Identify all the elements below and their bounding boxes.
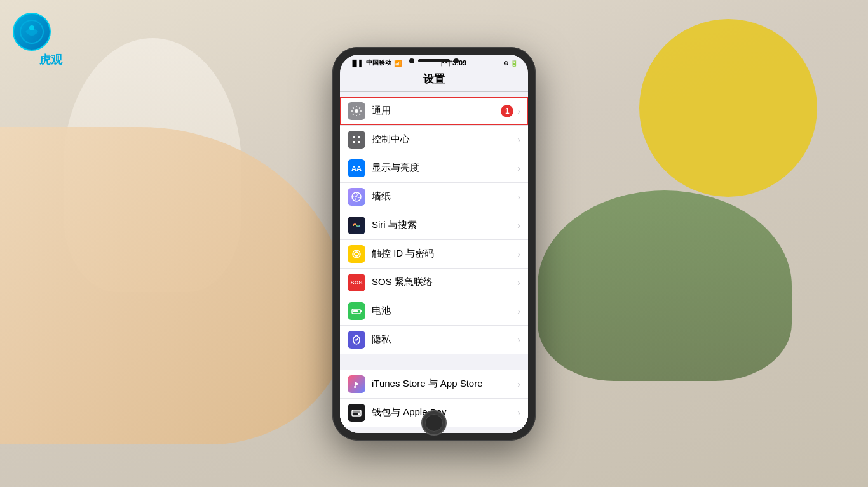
- display-icon: AA: [348, 159, 365, 177]
- privacy-chevron: ›: [517, 335, 520, 345]
- wallpaper-icon: [348, 188, 365, 206]
- svg-rect-12: [353, 310, 358, 312]
- svg-rect-5: [353, 141, 355, 143]
- wallet-icon: [348, 404, 365, 422]
- siri-icon: [348, 217, 365, 234]
- svg-rect-6: [358, 141, 360, 143]
- itunes-label: iTunes Store 与 App Store: [372, 378, 517, 390]
- bg-yellow-circle: [639, 19, 817, 197]
- settings-list: 通用 1 ›: [340, 92, 528, 433]
- svg-rect-15: [358, 413, 360, 415]
- battery-chevron: ›: [517, 306, 520, 316]
- settings-item-display[interactable]: AA 显示与亮度 ›: [340, 154, 528, 183]
- svg-point-9: [355, 252, 358, 256]
- sos-label: SOS 紧急联络: [372, 276, 517, 288]
- general-right: 1 ›: [501, 105, 520, 117]
- touch-id-icon: [348, 245, 365, 263]
- settings-item-sos[interactable]: SOS SOS 紧急联络 ›: [340, 269, 528, 297]
- wallpaper-chevron: ›: [517, 192, 520, 202]
- phone-top-details: [409, 58, 459, 63]
- settings-item-privacy[interactable]: 隐私 ›: [340, 326, 528, 354]
- touch-id-label: 触控 ID 与密码: [372, 248, 517, 260]
- location-icon: ⊕: [503, 60, 508, 67]
- siri-right: ›: [517, 220, 520, 230]
- wallpaper-right: ›: [517, 192, 520, 202]
- settings-group-1: 通用 1 ›: [340, 97, 528, 354]
- svg-rect-13: [354, 386, 356, 388]
- siri-chevron: ›: [517, 220, 520, 230]
- control-center-icon: [348, 131, 365, 149]
- battery-right: ›: [517, 306, 520, 316]
- privacy-right: ›: [517, 335, 520, 345]
- sos-right: ›: [517, 277, 520, 288]
- touch-id-chevron: ›: [517, 249, 520, 259]
- svg-rect-11: [360, 310, 362, 312]
- settings-item-itunes[interactable]: iTunes Store 与 App Store ›: [340, 370, 528, 399]
- signal-bars: ▐▌▌: [350, 60, 363, 67]
- display-label: 显示与亮度: [372, 162, 517, 174]
- svg-point-1: [29, 25, 34, 30]
- logo-icon: [13, 13, 51, 51]
- home-button-inner: [425, 414, 443, 432]
- nav-title: 设置: [423, 73, 445, 85]
- settings-item-siri[interactable]: Siri 与搜索 ›: [340, 211, 528, 240]
- control-center-chevron: ›: [517, 135, 520, 145]
- display-chevron: ›: [517, 163, 520, 173]
- privacy-icon: [348, 331, 365, 349]
- wallpaper-label: 墙纸: [372, 190, 517, 203]
- wallet-right: ›: [517, 408, 520, 418]
- itunes-icon: [348, 375, 365, 393]
- carrier: 中国移动: [366, 58, 391, 67]
- nav-bar: 设置: [340, 69, 528, 92]
- battery-icon: 🔋: [510, 60, 518, 67]
- phone: ▐▌▌ 中国移动 📶 下午3:09 ⊕ 🔋 设置: [332, 47, 536, 441]
- svg-rect-3: [353, 136, 355, 138]
- svg-rect-4: [358, 136, 360, 138]
- privacy-label: 隐私: [372, 333, 517, 345]
- phone-screen: ▐▌▌ 中国移动 📶 下午3:09 ⊕ 🔋 设置: [340, 55, 528, 433]
- siri-label: Siri 与搜索: [372, 219, 517, 231]
- wallet-chevron: ›: [517, 408, 520, 418]
- itunes-right: ›: [517, 379, 520, 389]
- section-spacer: [340, 354, 528, 365]
- control-center-label: 控制中心: [372, 133, 517, 145]
- status-right: ⊕ 🔋: [503, 60, 518, 67]
- battery-item-icon: [348, 302, 365, 320]
- settings-item-touch-id[interactable]: 触控 ID 与密码 ›: [340, 240, 528, 269]
- logo: 虎观: [13, 13, 89, 63]
- sos-chevron: ›: [517, 277, 520, 288]
- phone-front-camera: [454, 58, 459, 63]
- status-left: ▐▌▌ 中国移动 📶: [350, 58, 402, 67]
- svg-rect-14: [352, 410, 361, 416]
- battery-label: 电池: [372, 305, 517, 317]
- control-center-right: ›: [517, 135, 520, 145]
- display-right: ›: [517, 163, 520, 173]
- phone-body: ▐▌▌ 中国移动 📶 下午3:09 ⊕ 🔋 设置: [332, 47, 536, 441]
- settings-item-general[interactable]: 通用 1 ›: [340, 97, 528, 126]
- general-badge: 1: [501, 105, 513, 117]
- phone-camera: [409, 58, 414, 63]
- logo-text: 虎观: [13, 52, 89, 67]
- svg-point-2: [355, 109, 358, 113]
- general-chevron: ›: [517, 106, 520, 116]
- home-button[interactable]: [421, 410, 447, 436]
- bg-pine: [538, 190, 792, 381]
- general-icon: [348, 102, 365, 120]
- settings-item-wallpaper[interactable]: 墙纸 ›: [340, 183, 528, 211]
- settings-item-control-center[interactable]: 控制中心 ›: [340, 126, 528, 154]
- itunes-chevron: ›: [517, 379, 520, 389]
- sos-icon: SOS: [348, 274, 365, 291]
- settings-item-battery[interactable]: 电池 ›: [340, 297, 528, 326]
- wifi-icon: 📶: [394, 60, 402, 67]
- general-label: 通用: [372, 105, 501, 117]
- phone-speaker: [418, 59, 450, 62]
- touch-id-right: ›: [517, 249, 520, 259]
